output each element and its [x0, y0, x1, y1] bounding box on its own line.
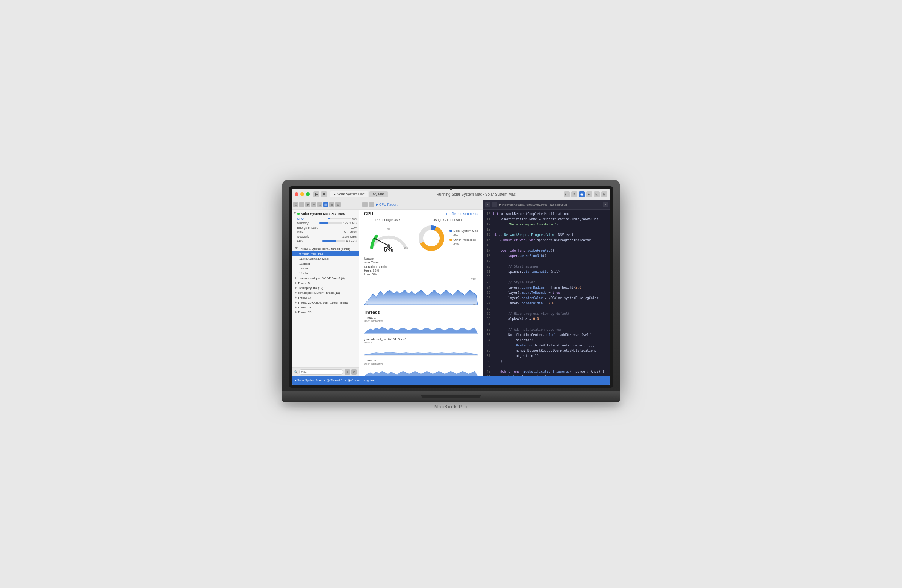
tab-solar[interactable]: ● Solar System Mac [330, 191, 368, 197]
cpu-charts: Percentage Used [359, 218, 482, 256]
nav-icon-6[interactable]: ▤ [323, 202, 329, 207]
center-nav-fwd[interactable]: › [369, 202, 374, 207]
stop-button[interactable]: ■ [321, 191, 327, 197]
expand-icon [293, 212, 296, 215]
code-line-20: 20 // Start spinner [483, 264, 610, 269]
thread21-expand [294, 306, 296, 309]
toolbar-btn-5[interactable]: ⊡ [594, 191, 600, 197]
nav-icon-1[interactable]: ⊡ [293, 202, 298, 207]
nav-nsevent[interactable]: com.apple.NSEventThread (13) [292, 291, 359, 295]
bb-app-name: Solar System Mac [297, 379, 322, 382]
nav-thread21[interactable]: Thread 21 [292, 305, 359, 310]
screen-bezel: ▶ ■ ● Solar System Mac My Mac Running So… [289, 186, 613, 388]
code-line-38: 38 } [483, 358, 610, 364]
laptop: ▶ ■ ● Solar System Mac My Mac Running So… [282, 180, 620, 409]
filter-btn-2[interactable]: ⊕ [351, 369, 357, 375]
code-line-17: 17 override func awakeFromNib() { [483, 248, 610, 253]
tab-mymac[interactable]: My Mac [369, 191, 388, 197]
toolbar-btn-2[interactable]: ≡ [571, 191, 577, 197]
nav-icon-7[interactable]: ⊕ [329, 202, 335, 207]
center-nav-back[interactable]: ‹ [362, 202, 368, 207]
code-line-19: 19 [483, 258, 610, 264]
code-line-15: 15 @IBOutlet weak var spinner: NSProgres… [483, 238, 610, 243]
editor-close[interactable]: × [603, 202, 608, 207]
tabs: ● Solar System Mac My Mac [330, 191, 388, 197]
code-line-39: 39 [483, 364, 610, 369]
code-line-23: 23 // Style layer [483, 280, 610, 285]
gpu-thread-chart [364, 344, 478, 356]
toolbar-right: { } ≡ ◉ ↩ ⊡ ⊞ [564, 191, 608, 197]
play-button[interactable]: ▶ [313, 191, 319, 197]
nav-icon-2[interactable]: ↑ [299, 202, 304, 207]
editor-content[interactable]: 10 let NetworkRequestCompletedNotificati… [483, 210, 610, 377]
nav-cvdisplay[interactable]: CVDisplayLink (12) [292, 286, 359, 291]
profile-instruments-button[interactable]: Profile in Instruments [446, 212, 478, 216]
chart-start-label: 0s [366, 303, 368, 306]
code-line-35: 35 #selector(hideNotificationTriggered(_… [483, 342, 610, 348]
playback-controls: ▶ ■ [313, 191, 327, 197]
toolbar-btn-4[interactable]: ↩ [586, 191, 592, 197]
stat-memory: Memory 127.3 MB [292, 221, 359, 225]
nav-14-start[interactable]: 14 start [292, 271, 359, 276]
donut-legend: Solar System Mac 6% [449, 229, 478, 247]
code-line-31: 31 [483, 322, 610, 327]
nav-icon-4[interactable]: + [311, 202, 316, 207]
filter-btn-1[interactable]: ≡ [345, 369, 350, 375]
filter-icon: 🔍 [294, 371, 298, 374]
toolbar-btn-3[interactable]: ◉ [579, 191, 585, 197]
threads-section: Threads Thread 1 User Interactive [359, 310, 482, 377]
bb-trap-name: 0 mach_msg_trap [351, 379, 376, 382]
nav-thread1[interactable]: Thread 1 Queue: com....thread (serial) [292, 247, 359, 251]
thread5-expand [294, 281, 296, 285]
cpu-header: CPU Profile in Instruments [359, 210, 482, 218]
usage-over-time-chart: 0s 7:05 23% [364, 277, 478, 307]
thread-row-5: Thread 5 User Interactive [364, 359, 478, 377]
filter-input[interactable] [299, 369, 343, 375]
left-panel: ⊡ ↑ ▶ + ◇ ▤ ⊕ ⊗ [292, 200, 359, 377]
editor-toolbar: ‹ › ▶ NetworkReques...gressView.swift No… [483, 200, 610, 210]
nav-icon-3[interactable]: ▶ [305, 202, 310, 207]
center-toolbar: ‹ › ▶ CPU Report [359, 200, 482, 210]
minimize-button[interactable] [300, 192, 304, 196]
nav-ns-app[interactable]: 11 NSApplicationMain [292, 256, 359, 261]
bb-thread-name: Thread 1 [330, 379, 342, 382]
thread1-chart [364, 323, 478, 335]
breadcrumb: ▶ CPU Report [376, 203, 398, 206]
donut-container: Usage Comparison [417, 218, 478, 253]
nav-12-main[interactable]: 12 main [292, 261, 359, 266]
code-line-13: 13 [483, 227, 610, 232]
nav-thread20[interactable]: Thread 20 Queue: com....patch (serial) [292, 300, 359, 305]
nav-thread5[interactable]: Thread 5 [292, 281, 359, 286]
nav-icon-8[interactable]: ⊗ [335, 202, 340, 207]
thread25-expand [294, 311, 296, 314]
code-line-37: 37 object: nil) [483, 353, 610, 358]
toolbar-btn-6[interactable]: ⊞ [601, 191, 608, 197]
thread14-expand [294, 296, 296, 299]
nav-mach-trap[interactable]: 0 mach_msg_trap [292, 251, 359, 256]
code-line-29: 29 // Hide progress view by default [483, 311, 610, 316]
nav-app-header[interactable]: Solar System Mac PID 1908 [292, 211, 359, 216]
fullscreen-button[interactable] [306, 192, 310, 196]
code-line-24: 24 layer?.cornerRadius = frame.height/2.… [483, 285, 610, 290]
toolbar-btn-1[interactable]: { } [564, 191, 570, 197]
editor-nav-back[interactable]: ‹ [485, 202, 490, 207]
window-title: Running Solar System Mac · Solar System … [388, 192, 564, 197]
nav-thread14[interactable]: Thread 14 [292, 295, 359, 300]
legend-solar-pct: 6% [449, 234, 478, 237]
cpu-percentage: 6% [384, 246, 393, 253]
nav-gputools[interactable]: gputools.smt_poll.0x10410aea0 (4) [292, 276, 359, 281]
editor-breadcrumb: ▶ [499, 203, 501, 206]
status-dot [297, 213, 299, 215]
editor-nav-fwd[interactable]: › [492, 202, 497, 207]
stat-disk: Disk 5.8 MB/s [292, 230, 359, 235]
usage-chart-title: Usage over Time Duration: 7 min High: 32… [364, 256, 387, 276]
nav-thread25[interactable]: Thread 25 [292, 310, 359, 315]
close-button[interactable] [294, 192, 298, 196]
nav-icon-5[interactable]: ◇ [317, 202, 323, 207]
code-line-28: 28 [483, 306, 610, 311]
screen: ▶ ■ ● Solar System Mac My Mac Running So… [292, 189, 610, 385]
usage-sparkline [364, 277, 478, 307]
nav-13-start[interactable]: 13 start [292, 266, 359, 271]
cpu-title: CPU [364, 211, 373, 216]
left-toolbar: ⊡ ↑ ▶ + ◇ ▤ ⊕ ⊗ [292, 200, 359, 210]
